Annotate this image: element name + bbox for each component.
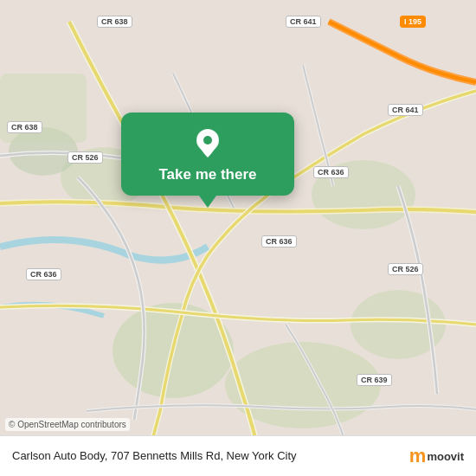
tooltip-label: Take me there [158,166,256,183]
map-container: CR 638 CR 641 I 195 CR 638 CR 526 CR 641… [0,0,476,476]
road-badge-cr526-right: CR 526 [388,263,423,275]
svg-point-17 [203,136,212,145]
road-badge-cr639: CR 639 [357,374,392,386]
location-pin-icon [192,128,223,159]
road-badge-cr526-left: CR 526 [68,151,103,164]
moovit-brand-text: moovit [427,451,464,462]
map-svg [0,0,476,476]
navigate-tooltip[interactable]: Take me there [121,113,294,196]
road-badge-cr636-bottom-left: CR 636 [26,268,61,280]
road-badge-cr638-left: CR 638 [7,121,42,133]
road-badge-cr636-bottom-center: CR 636 [261,235,297,248]
moovit-m-icon: m [409,445,426,467]
road-badge-cr641-right: CR 641 [388,104,423,116]
address-text: Carlson Auto Body, 707 Bennetts Mills Rd… [12,449,401,464]
road-badge-i195: I 195 [400,16,426,28]
road-badge-cr636-mid: CR 636 [313,166,349,178]
map-attribution: © OpenStreetMap contributors [5,418,130,431]
road-badge-cr638-top: CR 638 [97,16,132,28]
moovit-logo: m moovit [409,445,464,467]
road-badge-cr641-top: CR 641 [286,16,321,28]
bottom-bar: Carlson Auto Body, 707 Bennetts Mills Rd… [0,435,476,476]
